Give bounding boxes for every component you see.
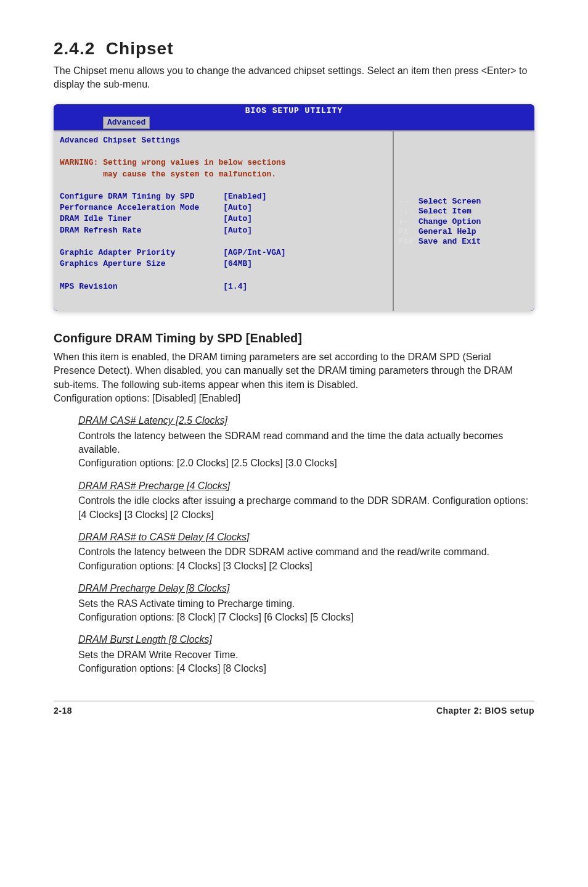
bios-tab-bar: Advanced (54, 117, 534, 129)
bios-row-label: DRAM Refresh Rate (60, 226, 142, 235)
config-item-body: Sets the RAS Activate timing to Precharg… (78, 598, 295, 609)
bios-row[interactable]: DRAM Refresh Rate [Auto] (60, 226, 252, 235)
section-number-text: 2.4.2 (54, 39, 95, 58)
help-key-label: Save and Exit (419, 237, 481, 246)
config-item-title: DRAM RAS# Precharge [4 Clocks] (78, 479, 534, 493)
bios-tab-advanced[interactable]: Advanced (103, 117, 150, 129)
bios-utility-title: BIOS SETUP UTILITY (54, 104, 534, 117)
config-item-body: Controls the idle clocks after issuing a… (78, 495, 528, 519)
bios-row[interactable]: Graphic Adapter Priority [AGP/Int-VGA] (60, 248, 286, 257)
config-item-body: Controls the latency between the SDRAM r… (78, 431, 503, 455)
help-key-icon: ←→ (399, 197, 419, 207)
section-title-text: Chipset (106, 39, 174, 58)
bios-warning-line1: WARNING: Setting wrong values in below s… (60, 158, 286, 167)
section-heading: 2.4.2 Chipset (54, 36, 534, 60)
bios-row-label: Graphic Adapter Priority (60, 248, 175, 257)
help-key-label: Select Item (419, 207, 472, 216)
config-item: DRAM RAS# Precharge [4 Clocks] Controls … (78, 479, 534, 522)
config-item: DRAM Precharge Delay [8 Clocks] Sets the… (78, 582, 534, 624)
bios-row-value: [Auto] (223, 203, 252, 212)
help-key-label: Select Screen (419, 197, 481, 206)
bios-row-value: [Auto] (223, 214, 252, 223)
bios-warning-line2: may cause the system to malfunction. (60, 170, 276, 179)
bios-row-value: [Auto] (223, 226, 252, 235)
help-key-row: F1General Help (399, 227, 529, 237)
config-item-opts: Configuration options: [2.0 Clocks] [2.5… (78, 458, 337, 468)
subheading-opts: Configuration options: [Disabled] [Enabl… (54, 393, 240, 403)
help-key-row: ←→Select Screen (399, 197, 529, 207)
config-item-opts: Configuration options: [4 Clocks] [8 Clo… (78, 663, 266, 674)
bios-row-value: [64MB] (223, 259, 252, 268)
bios-row[interactable]: Configure DRAM Timing by SPD [Enabled] (60, 192, 266, 201)
help-key-icon: F10 (399, 237, 419, 247)
bios-row[interactable]: Performance Acceleration Mode [Auto] (60, 203, 252, 212)
bios-screenshot: BIOS SETUP UTILITY Advanced Advanced Chi… (54, 104, 534, 311)
bios-row-label: Graphics Aperture Size (60, 259, 166, 268)
bios-left-panel: Advanced Chipset Settings WARNING: Setti… (54, 131, 394, 311)
page-footer: 2-18 Chapter 2: BIOS setup (54, 701, 534, 717)
bios-row-label: DRAM Idle Timer (60, 214, 132, 223)
config-item-title: DRAM RAS# to CAS# Delay [4 Clocks] (78, 530, 534, 544)
help-key-row: F10Save and Exit (399, 237, 529, 247)
config-item: DRAM Burst Length [8 Clocks] Sets the DR… (78, 633, 534, 675)
bios-row-value: [AGP/Int-VGA] (223, 248, 285, 257)
config-item-opts: Configuration options: [8 Clock] [7 Cloc… (78, 612, 353, 622)
help-key-label: General Help (419, 227, 476, 236)
config-item-body: Controls the latency between the DDR SDR… (78, 547, 489, 571)
help-key-label: Change Option (419, 217, 481, 226)
bios-row-value: [1.4] (223, 282, 247, 291)
footer-page-number: 2-18 (54, 705, 72, 717)
bios-row[interactable]: DRAM Idle Timer [Auto] (60, 214, 252, 223)
subheading-paragraph: When this item is enabled, the DRAM timi… (54, 350, 534, 406)
bios-panel-heading: Advanced Chipset Settings (60, 136, 180, 145)
config-item-title: DRAM Precharge Delay [8 Clocks] (78, 582, 534, 595)
bios-right-panel: ←→Select Screen↑↓Select Item+-Change Opt… (394, 131, 534, 311)
bios-body: Advanced Chipset Settings WARNING: Setti… (54, 130, 534, 311)
bios-row-value: [Enabled] (223, 192, 266, 201)
help-key-icon: F1 (399, 227, 419, 237)
config-item-body: Sets the DRAM Write Recover Time. (78, 650, 238, 660)
help-key-row: +-Change Option (399, 217, 529, 227)
bios-row-label: Performance Acceleration Mode (60, 203, 199, 212)
config-item-title: DRAM CAS# Latency [2.5 Clocks] (78, 414, 534, 427)
config-item-title: DRAM Burst Length [8 Clocks] (78, 633, 534, 646)
config-item: DRAM RAS# to CAS# Delay [4 Clocks] Contr… (78, 530, 534, 573)
bios-row[interactable]: MPS Revision [1.4] (60, 282, 247, 291)
footer-chapter: Chapter 2: BIOS setup (436, 705, 534, 717)
subheading-configure-dram: Configure DRAM Timing by SPD [Enabled] (54, 329, 534, 347)
bios-row-label: MPS Revision (60, 282, 118, 291)
config-item: DRAM CAS# Latency [2.5 Clocks] Controls … (78, 414, 534, 471)
help-key-row: ↑↓Select Item (399, 207, 529, 217)
bios-help-keys: ←→Select Screen↑↓Select Item+-Change Opt… (399, 197, 529, 247)
bios-row-label: Configure DRAM Timing by SPD (60, 192, 194, 201)
help-key-icon: +- (399, 217, 419, 227)
bios-row[interactable]: Graphics Aperture Size [64MB] (60, 259, 252, 268)
subheading-body: When this item is enabled, the DRAM timi… (54, 352, 513, 390)
section-intro: The Chipset menu allows you to change th… (54, 64, 534, 92)
help-key-icon: ↑↓ (399, 207, 419, 217)
